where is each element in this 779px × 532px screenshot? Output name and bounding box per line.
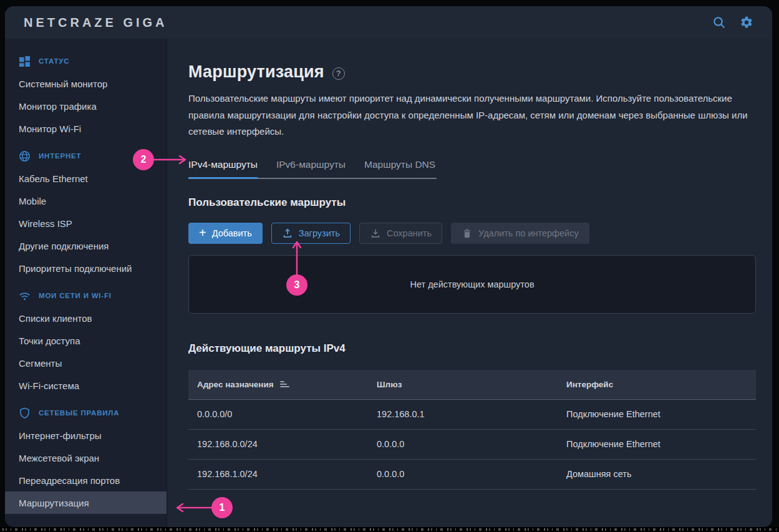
cell-destination: 192.168.1.0/24 [188,469,377,479]
table-row: 192.168.1.0/24 0.0.0.0 Домашняя сеть [188,460,756,490]
sidebar-item-ethernet-cable[interactable]: Кабель Ethernet [5,167,167,190]
wifi-icon [19,290,31,302]
sidebar-item-wireless-isp[interactable]: Wireless ISP [5,212,167,235]
delete-by-interface-label: Удалить по интерфейсу [478,228,579,238]
globe-icon [19,150,31,162]
sidebar-item-other-connections[interactable]: Другие подключения [5,235,167,257]
tab-dns-routes[interactable]: Маршруты DNS [364,159,435,179]
cell-gateway: 0.0.0.0 [377,439,566,449]
tab-ipv6-routes[interactable]: IPv6-маршруты [276,159,346,179]
shield-icon [19,407,31,419]
title-row: Маршрутизация ? [188,62,756,82]
sort-icon[interactable] [280,381,289,387]
cell-interface: Домашняя сеть [566,469,756,479]
sidebar: СТАТУС Системный монитор Монитор трафика… [5,39,167,527]
table-row: 192.168.0.0/24 0.0.0.0 Подключение Ether… [188,430,756,460]
sidebar-item-internet-filters[interactable]: Интернет-фильтры [5,424,167,447]
save-button-label: Сохранить [387,228,432,238]
page-root: NETCRAZE GIGA [0,0,779,532]
callout-2-arrow [153,153,190,166]
sidebar-section-label: СТАТУС [39,57,69,65]
cell-gateway: 0.0.0.0 [377,469,566,479]
help-icon[interactable]: ? [332,67,345,80]
sidebar-item-connection-priorities[interactable]: Приоритеты подключений [5,257,167,279]
sidebar-section-my-networks: МОИ СЕТИ И WI-FI [5,284,167,307]
sidebar-item-system-monitor[interactable]: Системный монитор [5,72,167,95]
column-gateway: Шлюз [377,380,566,389]
plus-icon: + [199,226,206,239]
dashboard-icon [19,56,31,67]
callout-3: 3 [286,274,307,296]
sidebar-item-firewall[interactable]: Межсетевой экран [5,447,167,469]
tab-bar: IPv4-маршруты IPv6-маршруты Маршруты DNS [188,159,437,179]
add-button-label: Добавить [212,228,252,238]
upload-button-label: Загрузить [299,228,340,238]
sidebar-section-status: СТАТУС [5,50,167,72]
cell-interface: Подключение Ethernet [566,439,756,449]
sidebar-item-routing[interactable]: Маршрутизация [5,491,167,514]
cell-destination: 192.168.0.0/24 [188,439,377,449]
main-content: Маршрутизация ? Пользовательские маршрут… [167,39,772,527]
add-button[interactable]: + Добавить [188,223,263,244]
sidebar-item-port-forwarding[interactable]: Переадресация портов [5,469,167,491]
body-row: СТАТУС Системный монитор Монитор трафика… [5,39,772,527]
brand-logo: NETCRAZE GIGA [24,16,168,30]
sidebar-item-mobile[interactable]: Mobile [5,190,167,212]
topbar-icons [712,16,753,29]
download-icon [370,228,381,239]
app-window: NETCRAZE GIGA [5,6,772,527]
routes-table-header: Адрес назначения Шлюз Интерфейс [188,370,756,400]
sidebar-section-network-rules: СЕТЕВЫЕ ПРАВИЛА [5,402,167,424]
sidebar-item-access-points[interactable]: Точки доступа [5,329,167,352]
column-interface: Интерфейс [566,380,756,389]
delete-by-interface-button: Удалить по интерфейсу [451,223,589,244]
callout-1-arrow [173,501,213,514]
sidebar-item-segments[interactable]: Сегменты [5,352,167,374]
empty-state-text: Нет действующих маршрутов [410,279,534,289]
search-icon[interactable] [712,16,726,29]
cell-gateway: 192.168.0.1 [377,409,566,419]
user-routes-toolbar: + Добавить Загрузить [188,223,756,244]
sidebar-section-label: СЕТЕВЫЕ ПРАВИЛА [39,409,119,417]
user-routes-heading: Пользовательские маршруты [188,196,756,209]
sidebar-item-wifi-system[interactable]: Wi-Fi-система [5,374,167,397]
callout-2: 2 [133,149,154,170]
upload-icon [282,228,293,239]
column-destination[interactable]: Адрес назначения [188,380,377,389]
active-routes-heading: Действующие маршруты IPv4 [188,342,756,355]
save-button: Сохранить [359,223,442,244]
callout-3-arrow [291,238,303,277]
topbar: NETCRAZE GIGA [5,6,772,39]
user-routes-empty-state: Нет действующих маршрутов [188,255,756,314]
trash-icon [462,228,473,239]
page-description: Пользовательские маршруты имеют приорите… [188,90,753,140]
cell-interface: Подключение Ethernet [566,409,756,419]
sidebar-section-label: МОИ СЕТИ И WI-FI [39,292,112,299]
sidebar-item-client-lists[interactable]: Списки клиентов [5,307,167,329]
clipped-text-strip [0,527,779,532]
page-title: Маршрутизация [188,62,324,82]
sidebar-section-label: ИНТЕРНЕТ [39,152,81,160]
sidebar-item-wifi-monitor[interactable]: Монитор Wi-Fi [5,117,167,140]
tab-ipv4-routes[interactable]: IPv4-маршруты [188,159,258,179]
table-row: 0.0.0.0/0 192.168.0.1 Подключение Ethern… [188,400,756,430]
upload-button[interactable]: Загрузить [271,223,351,244]
callout-1: 1 [211,497,233,518]
gear-icon[interactable] [740,16,753,29]
sidebar-item-traffic-monitor[interactable]: Монитор трафика [5,95,167,117]
cell-destination: 0.0.0.0/0 [188,409,377,419]
